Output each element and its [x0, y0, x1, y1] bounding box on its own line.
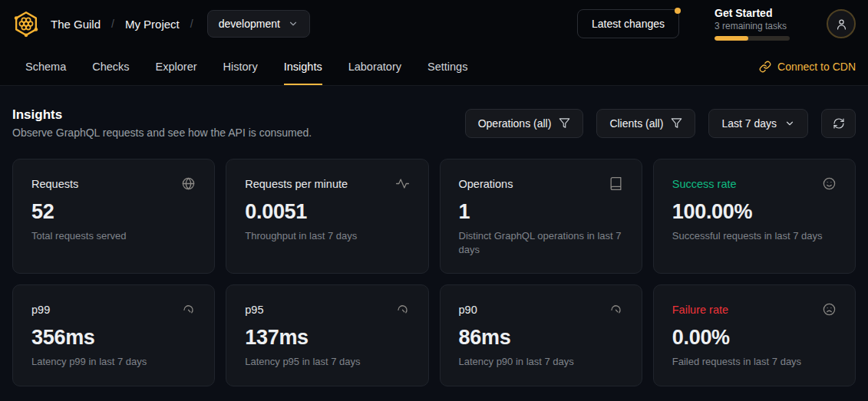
- breadcrumb-separator: /: [190, 18, 193, 30]
- get-started-progress-fill: [715, 36, 748, 41]
- card-title: p95: [245, 304, 263, 316]
- main-nav: Schema Checks Explorer History Insights …: [0, 48, 868, 86]
- card-title: Operations: [459, 178, 513, 190]
- notification-dot: [675, 8, 681, 14]
- card-title: Success rate: [672, 178, 737, 190]
- period-selector[interactable]: Last 7 days: [708, 109, 808, 138]
- globe-icon: [181, 176, 196, 191]
- link-icon: [759, 61, 771, 73]
- tab-settings[interactable]: Settings: [427, 48, 467, 85]
- tab-insights[interactable]: Insights: [284, 48, 322, 85]
- book-icon: [609, 176, 623, 191]
- card-value: 356ms: [31, 326, 196, 350]
- top-header: The Guild / My Project / development Lat…: [0, 0, 868, 48]
- card-value: 100.00%: [672, 200, 837, 224]
- chevron-down-icon: [784, 118, 795, 129]
- card-title: Requests per minute: [245, 178, 348, 190]
- get-started-subtitle: 3 remaining tasks: [715, 21, 791, 31]
- clients-filter-button[interactable]: Clients (all): [596, 109, 695, 138]
- page-subtitle: Observe GraphQL requests and see how the…: [12, 127, 312, 139]
- insights-heading: Insights Observe GraphQL requests and se…: [12, 107, 312, 139]
- target-selector[interactable]: development: [207, 10, 310, 38]
- card-title: p99: [31, 304, 50, 316]
- breadcrumb-org[interactable]: The Guild: [51, 18, 101, 31]
- stat-card-p95: p95 137ms Latency p95 in last 7 days: [226, 284, 428, 386]
- card-title: Requests: [31, 178, 78, 190]
- tab-checks[interactable]: Checks: [92, 48, 129, 85]
- card-value: 52: [31, 200, 196, 224]
- stat-card-p90: p90 86ms Latency p90 in last 7 days: [440, 284, 642, 386]
- gauge-icon: [181, 302, 196, 317]
- latest-changes-label: Latest changes: [592, 18, 665, 30]
- connect-cdn-label: Connect to CDN: [777, 61, 856, 73]
- stat-card-failure-rate: Failure rate 0.00% Failed requests in la…: [653, 284, 856, 386]
- card-title: p90: [459, 304, 477, 316]
- stat-card-rpm: Requests per minute 0.0051 Throughput in…: [226, 159, 428, 274]
- gauge-icon: [609, 302, 623, 317]
- get-started-title: Get Started: [715, 7, 791, 19]
- card-value: 1: [459, 200, 623, 224]
- stat-card-p99: p99 356ms Latency p99 in last 7 days: [12, 284, 215, 386]
- smile-icon: [822, 176, 837, 191]
- period-selector-label: Last 7 days: [721, 117, 777, 130]
- activity-icon: [395, 176, 410, 191]
- frown-icon: [822, 302, 837, 317]
- breadcrumb-project[interactable]: My Project: [125, 18, 180, 31]
- get-started-widget[interactable]: Get Started 3 remaining tasks: [715, 7, 791, 41]
- stat-card-success-rate: Success rate 100.00% Successful requests…: [653, 159, 856, 274]
- user-avatar[interactable]: [827, 9, 856, 38]
- card-description: Throughput in last 7 days: [245, 229, 409, 243]
- clients-filter-label: Clients (all): [609, 117, 663, 130]
- funnel-icon: [671, 117, 682, 129]
- user-icon: [835, 18, 848, 31]
- tab-history[interactable]: History: [223, 48, 258, 85]
- card-value: 137ms: [245, 326, 409, 350]
- get-started-progress-bar: [715, 36, 790, 41]
- guild-logo-icon[interactable]: [12, 10, 40, 38]
- refresh-icon: [833, 117, 845, 130]
- refresh-button[interactable]: [821, 109, 856, 138]
- tab-laboratory[interactable]: Laboratory: [348, 48, 401, 85]
- chevron-down-icon: [288, 18, 299, 29]
- breadcrumb-separator: /: [111, 18, 114, 30]
- operations-filter-button[interactable]: Operations (all): [465, 109, 584, 138]
- breadcrumb: The Guild / My Project / development: [12, 10, 310, 38]
- card-description: Latency p99 in last 7 days: [31, 355, 196, 369]
- card-value: 0.00%: [672, 326, 837, 350]
- stat-card-operations: Operations 1 Distinct GraphQL operations…: [440, 159, 642, 274]
- operations-filter-label: Operations (all): [478, 117, 552, 130]
- card-description: Successful requests in last 7 days: [672, 229, 837, 243]
- funnel-icon: [559, 117, 570, 129]
- page-title: Insights: [12, 107, 312, 123]
- card-description: Total requests served: [31, 229, 196, 243]
- target-selector-value: development: [219, 18, 280, 30]
- card-description: Latency p90 in last 7 days: [459, 355, 623, 369]
- card-description: Distinct GraphQL operations in last 7 da…: [459, 229, 623, 256]
- tab-explorer[interactable]: Explorer: [156, 48, 197, 85]
- card-description: Latency p95 in last 7 days: [245, 355, 409, 369]
- stat-card-requests: Requests 52 Total requests served: [12, 159, 215, 274]
- card-description: Failed requests in last 7 days: [672, 355, 837, 369]
- connect-cdn-link[interactable]: Connect to CDN: [759, 48, 856, 85]
- card-value: 86ms: [459, 326, 623, 350]
- card-title: Failure rate: [672, 304, 728, 316]
- tab-schema[interactable]: Schema: [25, 48, 66, 85]
- stats-grid: Requests 52 Total requests served Reques…: [0, 159, 868, 386]
- card-value: 0.0051: [245, 200, 409, 224]
- gauge-icon: [395, 302, 410, 317]
- latest-changes-button[interactable]: Latest changes: [577, 9, 679, 38]
